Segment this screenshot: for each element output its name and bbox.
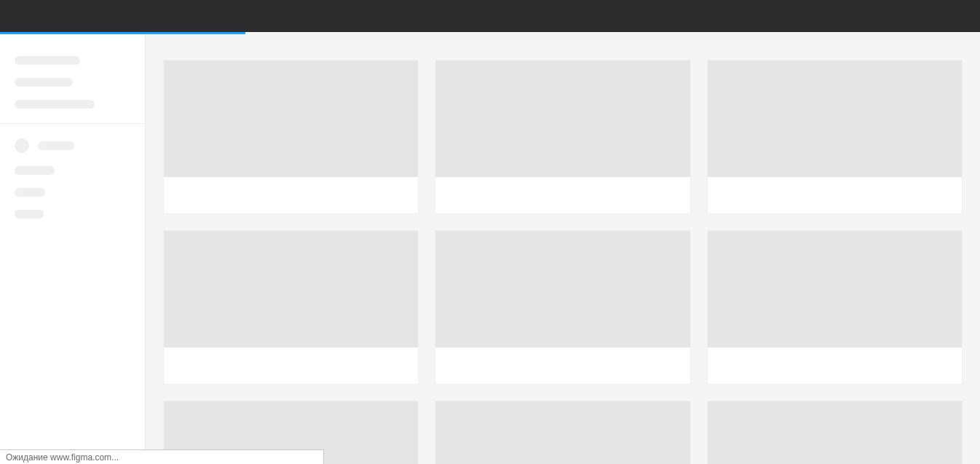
file-card-footer <box>708 347 962 384</box>
file-card-footer <box>435 347 689 384</box>
file-card-thumb <box>164 231 418 347</box>
file-card-skeleton[interactable] <box>708 231 962 384</box>
file-card-footer <box>708 177 962 213</box>
sidebar-skeleton-line <box>15 166 55 175</box>
file-card-footer <box>164 347 418 384</box>
file-card-skeleton[interactable] <box>435 60 689 213</box>
file-card-skeleton[interactable] <box>708 60 962 213</box>
file-card-skeleton[interactable] <box>435 231 689 384</box>
file-card-skeleton[interactable] <box>708 401 962 464</box>
page-body <box>0 34 980 464</box>
loading-progress-fill <box>0 32 245 34</box>
file-card-thumb <box>435 60 689 177</box>
browser-status-bar: Ожидание www.figma.com... <box>0 449 324 464</box>
sidebar-skeleton-avatar <box>15 138 29 153</box>
file-card-footer <box>435 177 689 213</box>
file-card-footer <box>164 177 418 213</box>
sidebar-skeleton-line <box>38 141 74 150</box>
file-card-thumb <box>708 231 962 347</box>
sidebar-skeleton-line <box>15 188 45 197</box>
file-card-thumb <box>708 60 962 177</box>
file-card-thumb <box>435 231 689 347</box>
file-card-thumb <box>164 60 418 177</box>
content-area <box>146 34 980 464</box>
file-card-skeleton[interactable] <box>164 60 418 213</box>
sidebar-skeleton-line <box>15 210 44 219</box>
file-card-thumb <box>435 401 689 464</box>
sidebar-section-1 <box>0 56 145 123</box>
top-bar <box>0 0 980 32</box>
sidebar-skeleton-line <box>15 56 80 65</box>
sidebar-skeleton-line <box>15 100 95 109</box>
sidebar-skeleton-line <box>15 78 73 87</box>
file-grid <box>164 60 962 464</box>
sidebar-skeleton-avatar-row <box>15 138 130 153</box>
browser-status-text: Ожидание www.figma.com... <box>6 452 119 463</box>
file-card-thumb <box>708 401 962 464</box>
sidebar-section-2 <box>0 123 145 233</box>
loading-progress-track <box>0 32 980 34</box>
file-card-skeleton[interactable] <box>435 401 689 464</box>
file-card-skeleton[interactable] <box>164 231 418 384</box>
sidebar <box>0 34 146 464</box>
